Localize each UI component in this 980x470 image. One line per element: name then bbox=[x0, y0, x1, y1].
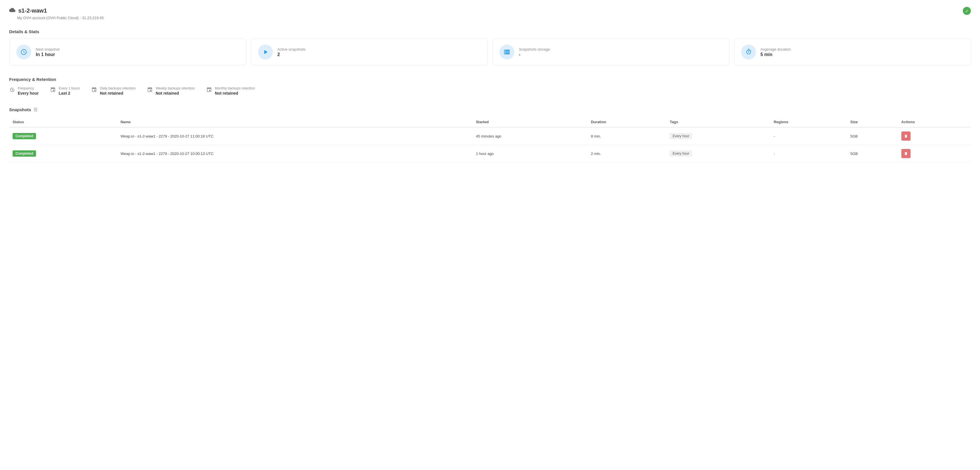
monthly-retention-label: Monthly backups retention bbox=[215, 86, 255, 91]
next-snapshot-value: In 1 hour bbox=[36, 52, 59, 57]
row1-regions: - bbox=[770, 127, 847, 145]
row1-name: Weap.io - s1-2-waw1 - 2279 - 2020-10-27 … bbox=[117, 127, 472, 145]
every-hours-info: Every 1 hours Last 2 bbox=[59, 86, 80, 95]
row2-size: 5GB bbox=[847, 145, 898, 162]
details-section: Details & Stats Next snapshot In 1 hour bbox=[9, 29, 971, 65]
next-snapshot-info: Next snapshot In 1 hour bbox=[36, 47, 59, 57]
stat-card-active-snapshots: Active snapshots 2 bbox=[251, 38, 488, 65]
table-row: Completed Weap.io - s1-2-waw1 - 2279 - 2… bbox=[9, 145, 971, 162]
col-size: Size bbox=[847, 117, 898, 127]
weekly-retention-value: Not retained bbox=[156, 91, 195, 95]
monthly-retention-info: Monthly backups retention Not retained bbox=[215, 86, 255, 95]
frequency-grid: Frequency Every hour Every 1 hours Last … bbox=[9, 86, 971, 95]
status-badge-row2: Completed bbox=[13, 150, 36, 157]
row1-actions bbox=[898, 127, 971, 145]
freq-item-every-hours: Every 1 hours Last 2 bbox=[50, 86, 80, 95]
avg-duration-info: Avgerage duration 5 min bbox=[760, 47, 791, 57]
every-hours-value: Last 2 bbox=[59, 91, 80, 95]
active-snapshots-info: Active snapshots 2 bbox=[277, 47, 305, 57]
freq-item-weekly-retention: Weekly backups retention Not retained bbox=[147, 86, 195, 95]
col-regions: Regions bbox=[770, 117, 847, 127]
table-header-row: Status Name Started Duration Tags Region… bbox=[9, 117, 971, 127]
next-snapshot-label: Next snapshot bbox=[36, 47, 59, 51]
page-title: s1-2-waw1 bbox=[18, 8, 47, 14]
frequency-title: Frequency & Retention bbox=[9, 77, 971, 82]
tag-badge-row2: Every hour bbox=[670, 150, 692, 157]
every-hours-label: Every 1 hours bbox=[59, 86, 80, 91]
active-snapshots-icon-circle bbox=[258, 44, 273, 59]
col-name: Name bbox=[117, 117, 472, 127]
row2-duration: 2 min. bbox=[587, 145, 667, 162]
page-header: s1-2-waw1 My OVH account (OVH Public Clo… bbox=[9, 7, 971, 20]
snapshots-header: Snapshots ☰ bbox=[9, 107, 971, 112]
delete-button-row1[interactable] bbox=[901, 132, 910, 141]
stat-card-next-snapshot: Next snapshot In 1 hour bbox=[9, 38, 246, 65]
row1-status: Completed bbox=[9, 127, 117, 145]
snapshots-storage-info: Snapshots storage - bbox=[519, 47, 550, 57]
daily-retention-info: Daily backups retention Not retained bbox=[100, 86, 135, 95]
row1-duration: 8 min. bbox=[587, 127, 667, 145]
cloud-icon bbox=[9, 7, 16, 14]
freq-item-frequency: Frequency Every hour bbox=[9, 86, 39, 95]
tag-badge-row1: Every hour bbox=[670, 133, 692, 139]
table-row: Completed Weap.io - s1-2-waw1 - 2279 - 2… bbox=[9, 127, 971, 145]
calendar-icon-2 bbox=[91, 87, 97, 94]
row2-regions: - bbox=[770, 145, 847, 162]
calendar-icon-4 bbox=[206, 87, 212, 94]
snapshots-section: Snapshots ☰ Status Name Started Duration… bbox=[9, 107, 971, 162]
frequency-section: Frequency & Retention Frequency Every ho… bbox=[9, 77, 971, 95]
col-actions: Actions bbox=[898, 117, 971, 127]
frequency-info: Frequency Every hour bbox=[18, 86, 39, 95]
snapshots-storage-value: - bbox=[519, 52, 550, 57]
calendar-icon-3 bbox=[147, 87, 153, 94]
avg-duration-label: Avgerage duration bbox=[760, 47, 791, 51]
snapshots-storage-label: Snapshots storage bbox=[519, 47, 550, 51]
row1-tag: Every hour bbox=[666, 127, 770, 145]
active-snapshots-value: 2 bbox=[277, 52, 305, 57]
col-duration: Duration bbox=[587, 117, 667, 127]
row1-started: 45 minutes ago bbox=[473, 127, 587, 145]
title-row: s1-2-waw1 bbox=[9, 7, 104, 14]
frequency-label: Frequency bbox=[18, 86, 39, 91]
weekly-retention-label: Weekly backups retention bbox=[156, 86, 195, 91]
row2-tag: Every hour bbox=[666, 145, 770, 162]
col-started: Started bbox=[473, 117, 587, 127]
col-status: Status bbox=[9, 117, 117, 127]
row1-size: 5GB bbox=[847, 127, 898, 145]
monthly-retention-value: Not retained bbox=[215, 91, 255, 95]
daily-retention-label: Daily backups retention bbox=[100, 86, 135, 91]
snapshots-table: Status Name Started Duration Tags Region… bbox=[9, 117, 971, 162]
delete-button-row2[interactable] bbox=[901, 149, 910, 158]
snapshots-storage-icon-circle bbox=[500, 44, 514, 59]
daily-retention-value: Not retained bbox=[100, 91, 135, 95]
status-check-icon: ✓ bbox=[963, 7, 971, 15]
page-header-left: s1-2-waw1 My OVH account (OVH Public Clo… bbox=[9, 7, 104, 20]
stat-card-snapshots-storage: Snapshots storage - bbox=[492, 38, 729, 65]
stat-card-avg-duration: Avgerage duration 5 min bbox=[734, 38, 971, 65]
page-subtitle: My OVH account (OVH Public Cloud) - 31.2… bbox=[17, 16, 104, 20]
avg-duration-icon-circle bbox=[741, 44, 756, 59]
hamburger-menu-icon[interactable]: ☰ bbox=[33, 107, 37, 112]
history-icon bbox=[9, 87, 15, 94]
avg-duration-value: 5 min bbox=[760, 52, 791, 57]
weekly-retention-info: Weekly backups retention Not retained bbox=[156, 86, 195, 95]
row2-started: 1 hour ago bbox=[473, 145, 587, 162]
row2-name: Weap.io - s1-2-waw1 - 2279 - 2020-10-27 … bbox=[117, 145, 472, 162]
table-header: Status Name Started Duration Tags Region… bbox=[9, 117, 971, 127]
snapshots-title: Snapshots bbox=[9, 107, 31, 112]
table-body: Completed Weap.io - s1-2-waw1 - 2279 - 2… bbox=[9, 127, 971, 162]
freq-item-daily-retention: Daily backups retention Not retained bbox=[91, 86, 135, 95]
details-title: Details & Stats bbox=[9, 29, 971, 34]
col-tags: Tags bbox=[666, 117, 770, 127]
next-snapshot-icon-circle bbox=[16, 44, 31, 59]
calendar-icon-1 bbox=[50, 87, 56, 94]
row2-status: Completed bbox=[9, 145, 117, 162]
frequency-value: Every hour bbox=[18, 91, 39, 95]
active-snapshots-label: Active snapshots bbox=[277, 47, 305, 51]
status-badge-row1: Completed bbox=[13, 133, 36, 139]
stats-grid: Next snapshot In 1 hour Active snapshots… bbox=[9, 38, 971, 65]
freq-item-monthly-retention: Monthly backups retention Not retained bbox=[206, 86, 255, 95]
row2-actions bbox=[898, 145, 971, 162]
